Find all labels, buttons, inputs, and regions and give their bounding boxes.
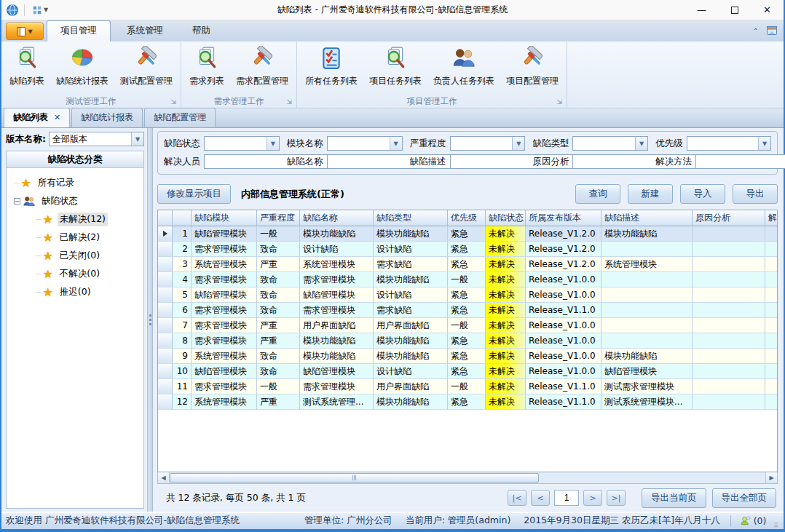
dialog-launcher-icon[interactable]: ⇲ — [170, 99, 176, 106]
ribbon-button-缺陷列表[interactable]: 缺陷列表 — [4, 44, 50, 89]
tools-icon — [250, 46, 275, 73]
scrollbar-thumb[interactable] — [170, 473, 539, 483]
version-combobox[interactable]: 全部版本 ▼ — [49, 132, 144, 146]
next-page-button[interactable]: > — [583, 490, 602, 506]
about-icon[interactable] — [766, 25, 778, 36]
优先级-combobox[interactable]: ▼ — [687, 136, 771, 151]
table-row[interactable]: 5缺陷管理模块致命缺陷管理模块设计缺陷紧急未解决Release_V1.0.0 — [158, 287, 778, 303]
ribbon-button-需求配置管理[interactable]: 需求配置管理 — [231, 44, 293, 89]
doc-tab-缺陷统计报表[interactable]: 缺陷统计报表 — [71, 108, 143, 127]
page-number-input[interactable] — [554, 490, 579, 506]
scrollbar-track[interactable] — [170, 472, 765, 483]
ribbon-button-项目配置管理[interactable]: 项目配置管理 — [501, 44, 564, 89]
table-row[interactable]: 6需求管理模块致命需求管理模块需求缺陷紧急未解决Release_V1.1.0 — [158, 303, 778, 318]
action-button-新建[interactable]: 新建 — [628, 184, 673, 204]
modify-display-items-button[interactable]: 修改显示项目 — [157, 184, 231, 204]
column-header-解决方法[interactable]: 解决方法 — [765, 210, 778, 226]
dialog-launcher-icon[interactable]: ⇲ — [556, 99, 562, 106]
quick-access-toolbar-button[interactable]: ▼ — [30, 4, 50, 17]
collapse-icon[interactable]: − — [14, 198, 20, 205]
tree-item-已关闭(0)[interactable]: ····★已关闭(0) — [14, 247, 141, 265]
chevron-down-icon[interactable]: ▼ — [390, 137, 402, 150]
ribbon-button-需求列表[interactable]: 需求列表 — [184, 44, 229, 89]
ribbon-button-测试配置管理[interactable]: 测试配置管理 — [115, 44, 178, 89]
tree-item-已解决(2)[interactable]: ····★已解决(2) — [14, 229, 141, 247]
严重程度-combobox[interactable]: ▼ — [450, 136, 526, 151]
table-row[interactable]: 9系统管理模块致命模块功能缺陷模块功能缺陷紧急未解决Release_V1.0.0… — [158, 349, 778, 364]
maximize-button[interactable] — [718, 0, 751, 20]
ribbon-group-label: 测试管理工作 — [66, 96, 117, 107]
ribbon-button-所有任务列表[interactable]: 所有任务列表 — [300, 44, 363, 89]
tree-item-不解决(0)[interactable]: ····★不解决(0) — [14, 265, 141, 283]
ribbon-tab-0[interactable]: 项目管理 — [47, 20, 111, 41]
table-row[interactable]: 2需求管理模块致命设计缺陷设计缺陷紧急未解决Release_V1.2.0 — [158, 242, 778, 257]
table-row[interactable]: 3系统管理模块严重系统管理模块需求缺陷紧急未解决Release_V1.2.0系统… — [158, 257, 778, 272]
table-row[interactable]: 1缺陷管理模块一般模块功能缺陷模块功能缺陷紧急未解决Release_V1.2.0… — [158, 226, 778, 242]
action-button-导出[interactable]: 导出 — [733, 184, 778, 204]
chevron-down-icon[interactable]: ▼ — [267, 137, 279, 150]
prev-page-button[interactable]: < — [531, 490, 550, 506]
cell-type: 模块功能缺陷 — [374, 226, 448, 242]
scroll-left-icon[interactable]: ◀ — [158, 472, 170, 483]
chevron-down-icon[interactable]: ▼ — [512, 137, 524, 150]
splitter-handle[interactable] — [147, 128, 153, 512]
ribbon-button-负责人任务列表[interactable]: 负责人任务列表 — [428, 44, 500, 89]
application-menu-button[interactable]: ▼ — [6, 23, 44, 40]
ribbon-button-缺陷统计报表[interactable]: 缺陷统计报表 — [51, 44, 114, 89]
close-icon[interactable]: ✕ — [54, 113, 60, 122]
doc-tab-缺陷配置管理[interactable]: 缺陷配置管理 — [144, 108, 216, 127]
column-header-严重程度[interactable]: 严重程度 — [257, 210, 300, 226]
cell-desc — [601, 303, 693, 318]
缺陷状态-combobox[interactable]: ▼ — [204, 136, 280, 151]
column-header-缺陷名称[interactable]: 缺陷名称 — [300, 210, 374, 226]
export-all-pages-button[interactable]: 导出全部页 — [712, 488, 777, 508]
scroll-right-icon[interactable]: ▶ — [765, 472, 777, 483]
tree-item-推迟(0)[interactable]: ····★推迟(0) — [14, 283, 141, 301]
column-header-所属发布版本[interactable]: 所属发布版本 — [526, 210, 601, 226]
ribbon-button-项目任务列表[interactable]: 项目任务列表 — [364, 44, 427, 89]
export-buttons: 导出当前页 导出全部页 — [642, 488, 776, 508]
cell-solution — [765, 272, 778, 287]
row-indicator-cell — [158, 257, 173, 272]
close-button[interactable]: ✕ — [751, 0, 784, 20]
table-row[interactable]: 8需求管理模块严重模块功能缺陷模块功能缺陷紧急未解决Release_V1.0.0 — [158, 333, 778, 349]
collapse-ribbon-icon[interactable]: ⌃ — [753, 27, 759, 35]
table-row[interactable]: 7需求管理模块严重用户界面缺陷用户界面缺陷一般未解决Release_V1.0.0 — [158, 318, 778, 333]
ribbon-tab-2[interactable]: 帮助 — [179, 21, 224, 41]
column-header-原因分析[interactable]: 原因分析 — [693, 210, 765, 226]
row-indicator-cell — [158, 364, 173, 379]
first-page-button[interactable]: |< — [508, 490, 526, 506]
horizontal-scrollbar[interactable]: ◀ ▶ — [157, 472, 778, 484]
column-header-缺陷模块[interactable]: 缺陷模块 — [192, 210, 257, 226]
minimize-button[interactable]: — — [685, 0, 718, 20]
tree-item-未解决(12)[interactable]: ····★未解决(12) — [14, 210, 141, 229]
tree-item-所有记录[interactable]: ····★所有记录 — [14, 174, 141, 192]
message-indicator[interactable]: (0) — [740, 515, 767, 526]
tree-connector: ···· — [14, 180, 19, 187]
table-row[interactable]: 4需求管理模块致命需求管理模块模块功能缺陷一般未解决Release_V1.0.0 — [158, 272, 778, 287]
action-button-查询[interactable]: 查询 — [575, 184, 620, 204]
last-page-button[interactable]: >| — [607, 490, 626, 506]
resize-grip[interactable]: ⠿ — [773, 522, 779, 529]
doc-tab-缺陷列表[interactable]: 缺陷列表✕ — [4, 108, 70, 127]
cell-analysis — [693, 303, 765, 318]
column-header-缺陷状态[interactable]: 缺陷状态 — [486, 210, 526, 226]
table-row[interactable]: 12系统管理模块严重测试系统管理...模块功能缺陷紧急未解决Release_V1… — [158, 394, 778, 410]
tree-item-缺陷状态[interactable]: −缺陷状态 — [14, 192, 141, 210]
模块名称-combobox[interactable]: ▼ — [327, 136, 403, 151]
解决方法-input[interactable] — [695, 154, 785, 169]
table-row[interactable]: 11需求管理模块一般需求管理模块用户界面缺陷一般未解决Release_V1.1.… — [158, 379, 778, 394]
action-button-导入[interactable]: 导入 — [680, 184, 725, 204]
chevron-down-icon[interactable]: ▼ — [758, 137, 770, 150]
dialog-launcher-icon[interactable]: ⇲ — [286, 99, 292, 106]
export-current-page-button[interactable]: 导出当前页 — [642, 488, 706, 508]
chevron-down-icon[interactable]: ▼ — [635, 137, 647, 150]
column-header-优先级[interactable]: 优先级 — [448, 210, 486, 226]
ribbon-tab-1[interactable]: 系统管理 — [114, 21, 176, 41]
table-row[interactable]: 10缺陷管理模块致命缺陷管理模块设计缺陷紧急未解决Release_V1.0.0缺… — [158, 364, 778, 379]
column-header-缺陷类型[interactable]: 缺陷类型 — [374, 210, 448, 226]
chevron-down-icon[interactable]: ▼ — [131, 132, 143, 146]
缺陷类型-combobox[interactable]: ▼ — [572, 136, 648, 151]
cell-name: 需求管理模块 — [300, 272, 374, 287]
column-header-缺陷描述[interactable]: 缺陷描述 — [601, 210, 693, 226]
